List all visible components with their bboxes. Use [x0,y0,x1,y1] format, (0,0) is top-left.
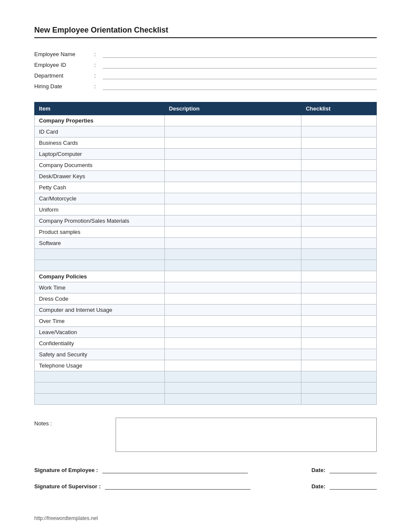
supervisor-sig-left: Signature of Supervisor : [34,481,250,490]
item-checklist [301,360,377,371]
item-checklist [301,327,377,338]
department-row: Department : [34,72,377,79]
employee-name-label: Employee Name [34,51,94,57]
empty-row [35,394,377,405]
hiring-date-row: Hiring Date : [34,82,377,90]
item-checklist [301,293,377,305]
supervisor-sig-line [105,481,250,490]
item-description [164,293,301,305]
table-row: Leave/Vacation [35,327,377,338]
empty-row [35,383,377,394]
employee-sig-left: Signature of Employee : [34,465,248,473]
header-description: Description [164,102,301,115]
item-label: Software [35,238,165,249]
employee-sig-row: Signature of Employee : Date: [34,465,377,473]
table-row: Car/Motorcycle [35,193,377,204]
item-label: Business Cards [35,137,165,149]
item-description [164,305,301,316]
empty-row [35,260,377,271]
header-checklist: Checklist [301,102,377,115]
item-description [164,204,301,215]
item-label: Product samples [35,227,165,238]
supervisor-sig-row: Signature of Supervisor : Date: [34,481,377,490]
item-checklist [301,349,377,360]
header-item: Item [35,102,165,115]
item-checklist [301,126,377,137]
item-label: Over Time [35,316,165,327]
item-label: Safety and Security [35,349,165,360]
department-label: Department [34,72,94,79]
item-label: Leave/Vacation [35,327,165,338]
item-label: Dress Code [35,293,165,305]
table-row: Laptop/Computer [35,149,377,160]
item-label: Uniform [35,204,165,215]
section-header-item: Company Policies [35,271,165,282]
item-checklist [301,137,377,149]
hiring-date-label: Hiring Date [34,83,94,90]
notes-label: Notes : [34,418,116,427]
item-label: Car/Motorcycle [35,193,165,204]
item-label: Work Time [35,282,165,293]
table-row: Company Documents [35,160,377,171]
employee-id-colon: : [94,62,103,68]
item-description [164,327,301,338]
notes-section: Notes : [34,418,377,452]
section-header-check [301,271,377,282]
employee-sig-line [102,465,248,473]
item-description [164,149,301,160]
empty-row [35,249,377,260]
item-label: Company Promotion/Sales Materials [35,215,165,227]
item-label: Company Documents [35,160,165,171]
employee-date-right: Date: [311,465,377,473]
item-description [164,126,301,137]
table-row: Work Time [35,282,377,293]
table-row: ID Card [35,126,377,137]
table-row: Company Promotion/Sales Materials [35,215,377,227]
title-divider [34,37,377,38]
table-row: Over Time [35,316,377,327]
item-checklist [301,316,377,327]
footer-url: http://freewordtemplates.net [34,515,377,521]
employee-date-label: Date: [311,467,325,473]
department-colon: : [94,72,103,79]
section-header-row: Company Policies [35,271,377,282]
table-row: Business Cards [35,137,377,149]
item-label: Computer and Internet Usage [35,305,165,316]
item-label: Desk/Drawer Keys [35,171,165,182]
item-label: Telephone Usage [35,360,165,371]
section-header-desc [164,271,301,282]
empty-row [35,371,377,383]
table-row: Petty Cash [35,182,377,193]
table-row: Dress Code [35,293,377,305]
table-row: Confidentiality [35,338,377,349]
employee-sig-label: Signature of Employee : [34,467,98,473]
table-row: Product samples [35,227,377,238]
item-checklist [301,149,377,160]
item-description [164,137,301,149]
item-label: ID Card [35,126,165,137]
section-header-item: Company Properties [35,115,165,126]
notes-box[interactable] [116,418,377,452]
supervisor-date-line [330,481,377,490]
item-checklist [301,305,377,316]
supervisor-sig-label: Signature of Supervisor : [34,483,101,490]
item-label: Laptop/Computer [35,149,165,160]
item-checklist [301,171,377,182]
item-description [164,338,301,349]
item-description [164,215,301,227]
item-description [164,227,301,238]
employee-name-value [103,50,377,58]
item-checklist [301,182,377,193]
supervisor-date-label: Date: [311,483,325,490]
employee-id-label: Employee ID [34,62,94,68]
department-value [103,72,377,79]
item-description [164,182,301,193]
table-row: Telephone Usage [35,360,377,371]
signature-section: Signature of Employee : Date: Signature … [34,465,377,490]
item-label: Confidentiality [35,338,165,349]
table-row: Computer and Internet Usage [35,305,377,316]
item-checklist [301,238,377,249]
item-description [164,349,301,360]
item-checklist [301,160,377,171]
section-header-row: Company Properties [35,115,377,126]
